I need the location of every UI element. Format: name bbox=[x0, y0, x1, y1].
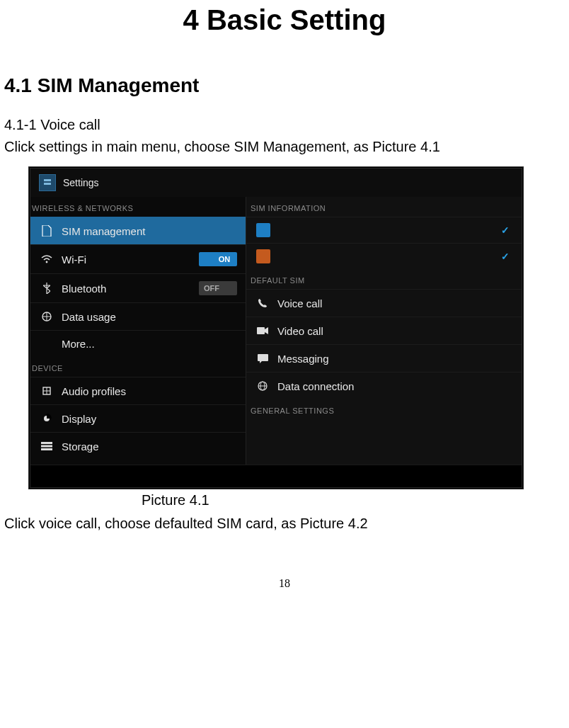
data-icon bbox=[40, 310, 53, 323]
default-sim-data-connection[interactable]: Data connection bbox=[246, 372, 522, 399]
settings-app-title: Settings bbox=[63, 177, 99, 188]
svg-point-2 bbox=[46, 261, 48, 263]
bluetooth-icon bbox=[40, 282, 53, 295]
sidebar-item-label: SIM management bbox=[62, 225, 237, 237]
storage-icon bbox=[40, 440, 53, 453]
sim-slot-2[interactable]: ✓ bbox=[246, 243, 522, 269]
right-subheader-general: GENERAL SETTINGS bbox=[246, 399, 522, 419]
subsection-heading: 4.1-1 Voice call bbox=[0, 114, 569, 136]
intro-paragraph: Click settings in main menu, choose SIM … bbox=[0, 136, 569, 158]
wifi-icon bbox=[40, 253, 53, 266]
figure-caption: Picture 4.1 bbox=[0, 489, 569, 513]
default-sim-voice-call[interactable]: Voice call bbox=[246, 289, 522, 317]
check-icon: ✓ bbox=[499, 250, 512, 263]
sidebar-item-label: Storage bbox=[62, 440, 237, 453]
settings-right-pane: SIM INFORMATION ✓ ✓ DEFAULT SIM Voi bbox=[246, 197, 522, 465]
right-subheader-sim-info: SIM INFORMATION bbox=[246, 197, 522, 217]
svg-rect-6 bbox=[41, 442, 52, 444]
document-page: 4 Basic Setting 4.1 SIM Management 4.1-1… bbox=[0, 0, 569, 618]
settings-screenshot: Settings WIRELESS & NETWORKS SIM managem… bbox=[28, 166, 524, 489]
settings-left-pane: WIRELESS & NETWORKS SIM management Wi-Fi… bbox=[30, 197, 246, 465]
sidebar-item-audio-profiles[interactable]: Audio profiles bbox=[30, 377, 246, 404]
globe-icon bbox=[256, 380, 269, 392]
svg-rect-1 bbox=[44, 183, 51, 185]
sidebar-item-label: Display bbox=[62, 413, 237, 425]
item-label: Data connection bbox=[277, 380, 513, 392]
sidebar-item-label: More... bbox=[62, 338, 237, 350]
video-icon bbox=[256, 324, 269, 337]
sidebar-item-label: Data usage bbox=[62, 311, 237, 323]
sidebar-item-sim-management[interactable]: SIM management bbox=[30, 217, 246, 244]
svg-rect-8 bbox=[41, 448, 52, 450]
default-sim-messaging[interactable]: Messaging bbox=[246, 344, 522, 372]
item-label: Messaging bbox=[277, 353, 513, 365]
sidebar-item-bluetooth[interactable]: Bluetooth OFF bbox=[30, 273, 246, 302]
sim-icon bbox=[40, 224, 53, 237]
nav-bar bbox=[30, 465, 522, 487]
right-subheader-default-sim: DEFAULT SIM bbox=[246, 269, 522, 289]
svg-rect-9 bbox=[257, 327, 265, 334]
sidebar-item-storage[interactable]: Storage bbox=[30, 432, 246, 460]
section-title: 4.1 SIM Management bbox=[0, 57, 569, 114]
sidebar-item-display[interactable]: Display bbox=[30, 404, 246, 432]
sim-chip-icon bbox=[256, 249, 270, 263]
message-icon bbox=[256, 352, 269, 365]
sidebar-item-data-usage[interactable]: Data usage bbox=[30, 302, 246, 330]
item-label: Video call bbox=[277, 325, 513, 337]
bluetooth-toggle[interactable]: OFF bbox=[199, 281, 237, 295]
display-icon bbox=[40, 412, 53, 425]
svg-rect-0 bbox=[44, 179, 51, 181]
settings-body: WIRELESS & NETWORKS SIM management Wi-Fi… bbox=[30, 197, 522, 465]
settings-app-icon bbox=[39, 174, 56, 191]
left-subheader-wireless: WIRELESS & NETWORKS bbox=[30, 197, 246, 217]
phone-icon bbox=[256, 297, 269, 309]
sidebar-item-label: Bluetooth bbox=[62, 283, 190, 295]
item-label: Voice call bbox=[277, 297, 513, 309]
svg-rect-7 bbox=[41, 445, 52, 448]
svg-rect-10 bbox=[258, 354, 268, 361]
sidebar-item-label: Wi-Fi bbox=[62, 254, 190, 266]
sidebar-item-label: Audio profiles bbox=[62, 385, 237, 397]
sim-chip-icon bbox=[256, 223, 270, 237]
check-icon: ✓ bbox=[499, 224, 512, 237]
audio-icon bbox=[40, 385, 53, 397]
wifi-toggle[interactable]: ON bbox=[199, 252, 237, 266]
page-number: 18 bbox=[0, 535, 569, 590]
left-subheader-device: DEVICE bbox=[30, 357, 246, 377]
after-caption-paragraph: Click voice call, choose defaulted SIM c… bbox=[0, 513, 569, 535]
sidebar-item-more[interactable]: More... bbox=[30, 330, 246, 357]
sidebar-item-wifi[interactable]: Wi-Fi ON bbox=[30, 244, 246, 273]
settings-app-header: Settings bbox=[30, 169, 522, 197]
chapter-title: 4 Basic Setting bbox=[0, 0, 569, 57]
sim-slot-1[interactable]: ✓ bbox=[246, 217, 522, 243]
default-sim-video-call[interactable]: Video call bbox=[246, 317, 522, 344]
